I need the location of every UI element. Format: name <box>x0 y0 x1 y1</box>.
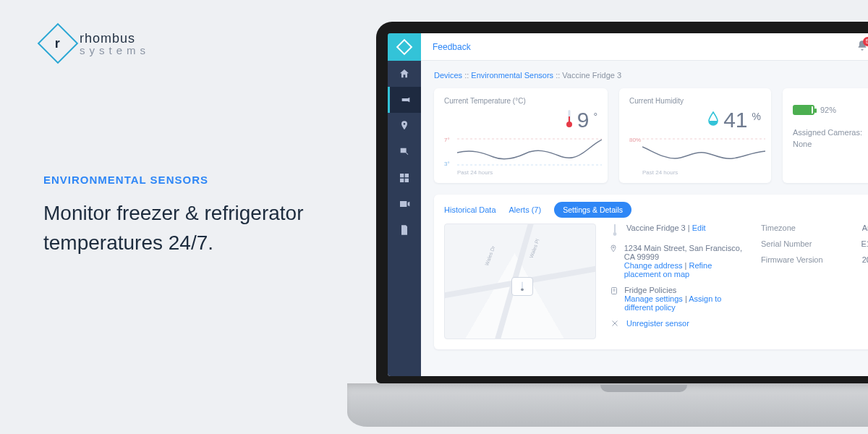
topbar: Feedback 5 | <box>421 33 868 61</box>
nav-investigate[interactable] <box>388 139 421 165</box>
policy-icon <box>609 286 618 296</box>
humidity-card: Current Humidity 41 % 80% <box>619 88 771 183</box>
humidity-title: Current Humidity <box>629 97 761 105</box>
grid-icon <box>399 172 410 184</box>
feedback-link[interactable]: Feedback <box>433 42 471 52</box>
app-sidebar <box>388 33 421 376</box>
svg-rect-3 <box>569 116 570 124</box>
breadcrumb: Devices :: Environmental Sensors :: Vacc… <box>434 71 868 80</box>
home-icon <box>399 68 410 80</box>
crumb-devices[interactable]: Devices <box>434 71 462 80</box>
brand-subname: systems <box>80 45 150 56</box>
record-icon <box>399 198 410 210</box>
battery-value: 92% <box>820 104 836 116</box>
crumb-env-sensors[interactable]: Environmental Sensors <box>471 71 553 80</box>
app-logo[interactable] <box>388 33 421 61</box>
device-metadata: TimezoneAmerica Serial NumberE1-1234 Fir… <box>761 224 868 339</box>
temperature-unit: ° <box>593 111 597 122</box>
pin-icon <box>609 244 618 254</box>
rhombus-icon: r <box>38 23 79 64</box>
brand-name: rhombus <box>80 32 150 45</box>
nav-home[interactable] <box>388 61 421 87</box>
nav-recordings[interactable] <box>388 191 421 217</box>
tab-historical[interactable]: Historical Data <box>444 205 496 214</box>
svg-point-10 <box>613 232 617 236</box>
edit-name-link[interactable]: Edit <box>692 224 706 232</box>
nav-reports[interactable] <box>388 217 421 243</box>
svg-rect-7 <box>522 281 523 288</box>
nav-devices[interactable] <box>388 87 421 113</box>
temperature-card: Current Temperature (°C) 9 ° 7° 3° <box>434 88 608 183</box>
camera-icon <box>400 94 412 106</box>
nav-locations[interactable] <box>388 113 421 139</box>
temperature-sparkline: 7° 3° Past 24 hours <box>444 137 597 174</box>
thermometer-icon <box>518 281 527 292</box>
status-card: 92% Assigned Cameras: None <box>783 88 868 183</box>
unregister-link[interactable]: Unregister sensor <box>626 319 689 328</box>
laptop-mockup: Feedback 5 | Devices :: Environmental Se… <box>347 22 868 427</box>
close-icon <box>609 319 621 328</box>
sensor-address: 1234 Main Street, San Francisco, CA 9999… <box>624 244 748 261</box>
tab-alerts[interactable]: Alerts (7) <box>509 205 542 214</box>
thermometer-icon <box>566 109 573 131</box>
file-icon <box>399 224 410 236</box>
crumb-current: Vaccine Fridge 3 <box>562 71 621 80</box>
detail-panel: Historical Data Alerts (7) Settings & De… <box>434 195 868 349</box>
manage-policy-link[interactable]: Manage settings <box>624 294 683 303</box>
temperature-value: 9 <box>577 108 590 132</box>
humidity-unit: % <box>752 111 761 122</box>
assigned-cameras-value: None <box>793 138 868 150</box>
search-doc-icon <box>399 146 410 158</box>
thermometer-icon <box>609 224 621 237</box>
battery-icon <box>793 105 814 115</box>
assigned-cameras-label: Assigned Cameras: <box>793 127 868 139</box>
sensor-name: Vaccine Fridge 3 <box>626 224 686 232</box>
temperature-title: Current Temperature (°C) <box>444 97 597 105</box>
brand-logo: r rhombus systems <box>43 29 333 58</box>
tab-settings[interactable]: Settings & Details <box>554 202 631 218</box>
droplet-icon <box>707 111 719 129</box>
pin-icon <box>399 120 410 132</box>
change-address-link[interactable]: Change address <box>624 261 683 270</box>
nav-grid[interactable] <box>388 165 421 191</box>
notification-count: 5 <box>863 37 868 46</box>
svg-point-8 <box>521 288 524 291</box>
humidity-sparkline: 80% Past 24 hours <box>629 137 761 174</box>
promo-eyebrow: ENVIRONMENTAL SENSORS <box>43 174 333 186</box>
notifications-button[interactable]: 5 <box>856 40 868 54</box>
map-sensor-pin[interactable] <box>511 277 533 296</box>
humidity-value: 41 <box>723 108 747 132</box>
svg-rect-9 <box>614 224 616 233</box>
svg-point-11 <box>613 247 614 248</box>
location-map[interactable]: Wales Dr Wales Pl <box>444 224 596 339</box>
policies-heading: Fridge Policies <box>624 286 748 294</box>
promo-headline: Monitor freezer & refrigerator temperatu… <box>43 199 333 258</box>
